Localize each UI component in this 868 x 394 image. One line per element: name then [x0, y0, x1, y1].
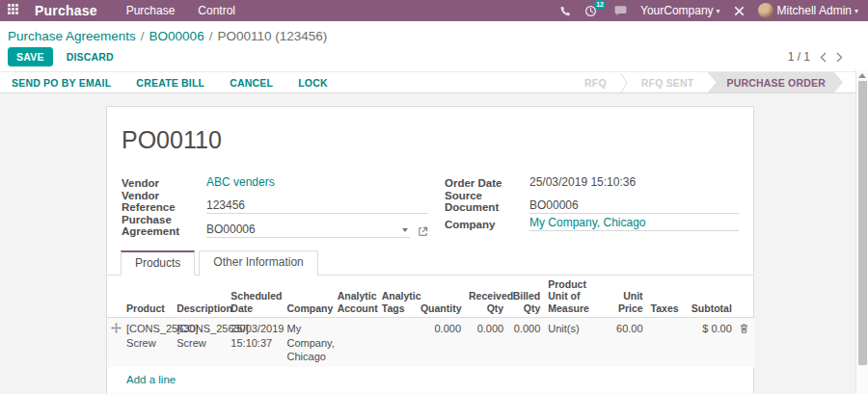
phone-icon[interactable] [559, 5, 571, 16]
cell-subtotal: $ 0.00 [680, 318, 736, 367]
vendor-label: Vendor [122, 177, 206, 190]
chevron-down-icon: ▾ [717, 7, 720, 15]
tab-other-information[interactable]: Other Information [199, 250, 317, 276]
col-taxes[interactable]: Taxes [647, 276, 680, 318]
vendor-reference-field[interactable]: 123456 [206, 198, 428, 214]
company-name: YourCompany [640, 4, 714, 17]
lock-button[interactable]: LOCK [298, 77, 328, 89]
top-navbar: Purchase Purchase Control 12 YourCompany… [0, 0, 868, 21]
col-analytic-tags[interactable]: Analytic Tags [378, 276, 417, 318]
company-label: Company [445, 219, 529, 231]
breadcrumb-separator: / [209, 29, 213, 43]
app-title: Purchase [35, 3, 97, 18]
cell-taxes[interactable] [647, 318, 680, 367]
stage-separator [620, 72, 628, 93]
main-menu: Purchase Control [126, 4, 235, 17]
source-document-label: Source Document [445, 190, 529, 214]
user-name: Mitchell Admin [777, 4, 852, 17]
apps-grid-icon[interactable] [8, 4, 21, 17]
cell-uom[interactable]: Unit(s) [544, 318, 604, 367]
breadcrumb-bo00006[interactable]: BO00006 [149, 29, 204, 43]
cell-scheduled-date[interactable]: 25/03/2019 15:10:37 [227, 318, 283, 367]
chevron-down-icon: ▾ [854, 7, 858, 15]
cell-product[interactable]: [CONS_25630] Screw [122, 318, 173, 367]
activity-count-badge: 12 [594, 0, 606, 10]
activities-clock-icon[interactable]: 12 [584, 5, 597, 17]
col-unit-price[interactable]: Unit Price [604, 276, 646, 318]
external-link-icon[interactable] [418, 226, 428, 237]
cancel-button[interactable]: CANCEL [230, 77, 273, 89]
breadcrumb-purchase-agreements[interactable]: Purchase Agreements [8, 29, 136, 43]
breadcrumb: Purchase Agreements/BO00006/PO00110 (123… [8, 27, 860, 46]
company-link[interactable]: My Company, Chicago [529, 216, 646, 229]
source-document-field[interactable]: BO00006 [529, 198, 739, 214]
breadcrumb-separator: / [141, 29, 145, 43]
col-received-qty[interactable]: Received Qty [465, 276, 507, 318]
purchase-agreement-label: Purchase Agreement [122, 214, 206, 238]
cell-analytic-tags[interactable] [378, 318, 417, 367]
cell-received-qty[interactable]: 0.000 [465, 318, 507, 367]
col-product[interactable]: Product [122, 276, 173, 318]
stage-purchase-order[interactable]: PURCHASE ORDER [707, 72, 843, 92]
drag-handle-icon[interactable] [107, 318, 122, 367]
delete-line-icon[interactable] [736, 318, 755, 367]
discard-button[interactable]: DISCARD [67, 51, 114, 63]
cell-unit-price[interactable]: 60.00 [604, 318, 646, 367]
create-bill-button[interactable]: CREATE BILL [136, 77, 204, 89]
vendor-reference-label: Vendor Reference [122, 190, 206, 214]
cell-quantity[interactable]: 0.000 [417, 318, 465, 367]
pager: 1 / 1 [788, 50, 860, 64]
pager-count: 1 / 1 [788, 50, 810, 64]
control-panel: Purchase Agreements/BO00006/PO00110 (123… [0, 21, 868, 71]
order-date-label: Order Date [445, 177, 529, 190]
save-button[interactable]: SAVE [8, 47, 53, 66]
col-uom[interactable]: Product Unit of Measure [544, 276, 604, 318]
send-po-by-email-button[interactable]: SEND PO BY EMAIL [12, 77, 111, 89]
col-description[interactable]: Description [173, 276, 227, 318]
order-lines-table: Product Description Scheduled Date Compa… [107, 276, 755, 394]
form-view: PO00110 Vendor ABC venders Vendor Refere… [0, 93, 868, 394]
add-a-line-link[interactable]: Add a line [126, 374, 176, 385]
cell-analytic-account[interactable] [334, 318, 378, 367]
col-analytic-account[interactable]: Analytic Account [334, 276, 378, 318]
vertical-scrollbar[interactable] [855, 69, 868, 394]
breadcrumb-current: PO00110 (123456) [217, 29, 327, 43]
stage-rfq-sent[interactable]: RFQ SENT [628, 72, 708, 92]
trash-column [736, 276, 755, 318]
pager-next-icon[interactable] [836, 52, 843, 63]
col-company[interactable]: Company [284, 276, 334, 318]
user-menu[interactable]: Mitchell Admin ▾ [758, 3, 858, 18]
scrollbar-thumb[interactable] [858, 81, 867, 365]
col-quantity[interactable]: Quantity [417, 276, 465, 318]
form-sheet: PO00110 Vendor ABC venders Vendor Refere… [106, 106, 754, 394]
col-subtotal[interactable]: Subtotal [680, 276, 736, 318]
table-row[interactable]: [CONS_25630] Screw [CONS_25630] Screw 25… [107, 318, 755, 367]
right-field-group: Order Date 25/03/2019 15:10:36 Source Do… [445, 171, 739, 238]
tab-products[interactable]: Products [121, 250, 195, 276]
col-scheduled-date[interactable]: Scheduled Date [227, 276, 283, 318]
status-pipeline: RFQ RFQ SENT PURCHASE ORDER [571, 72, 843, 92]
col-billed-qty[interactable]: Billed Qty [507, 276, 544, 318]
cell-description[interactable]: [CONS_25630] Screw [173, 318, 227, 367]
cell-company[interactable]: My Company, Chicago [284, 318, 334, 367]
messages-icon[interactable] [614, 5, 627, 16]
form-statusbar: SEND PO BY EMAIL CREATE BILL CANCEL LOCK… [0, 71, 868, 93]
topbar-systray: 12 YourCompany ▾ Mitchell Admin ▾ [559, 3, 858, 18]
company-switcher[interactable]: YourCompany ▾ [640, 4, 720, 17]
notebook-tabs: Products Other Information [107, 250, 753, 276]
left-field-group: Vendor ABC venders Vendor Reference 1234… [122, 171, 428, 238]
cell-billed-qty[interactable]: 0.000 [507, 318, 544, 367]
purchase-agreement-field[interactable]: BO00006 [206, 223, 410, 238]
avatar [758, 3, 773, 18]
page-title: PO00110 [122, 126, 739, 154]
debug-icon[interactable] [734, 6, 745, 16]
vendor-link[interactable]: ABC venders [206, 175, 275, 189]
scroll-up-arrow-icon[interactable] [858, 73, 866, 78]
menu-control[interactable]: Control [198, 4, 235, 17]
order-date-field[interactable]: 25/03/2019 15:10:36 [529, 175, 739, 190]
dropdown-caret-icon[interactable] [402, 228, 408, 232]
handle-column [107, 276, 122, 318]
pager-previous-icon[interactable] [820, 52, 827, 63]
stage-rfq[interactable]: RFQ [571, 72, 620, 92]
menu-purchase[interactable]: Purchase [126, 4, 176, 17]
